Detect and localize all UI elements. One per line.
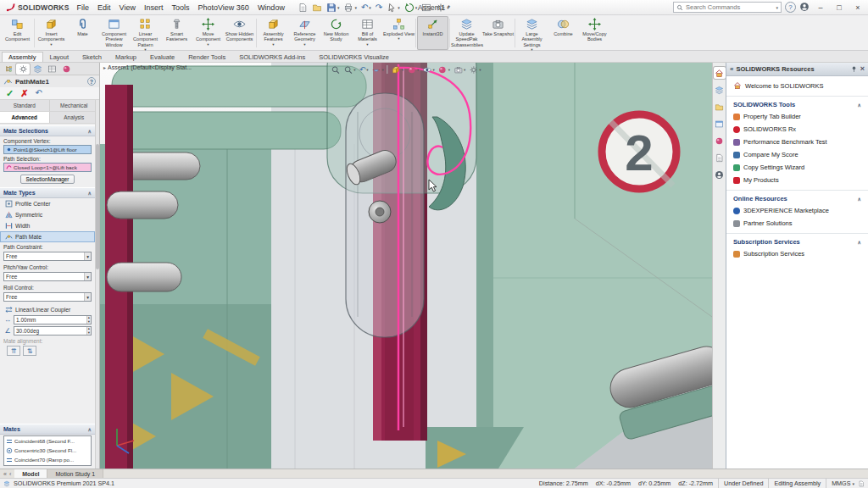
print-button[interactable]: ▾ — [342, 1, 359, 14]
tab-solidworks-addins[interactable]: SOLIDWORKS Add-ins — [232, 52, 312, 62]
help-icon[interactable]: ? — [87, 77, 96, 86]
view-orientation-button[interactable]: ▾ — [390, 64, 405, 75]
search-dropdown-caret[interactable]: ▾ — [776, 5, 778, 10]
help-button[interactable]: ? — [785, 2, 796, 13]
propertymanager-tab[interactable] — [16, 64, 30, 75]
display-style-button[interactable]: ▾ — [405, 64, 420, 75]
move-component-button[interactable]: Move Component▾ — [192, 16, 224, 50]
mate-button[interactable]: Mate — [67, 16, 98, 50]
partner-solutions-link[interactable]: Partner Solutions — [726, 217, 868, 230]
spin-down-icon[interactable]: ▾ — [87, 320, 91, 324]
performance-benchmark-link[interactable]: Performance Benchmark Test — [726, 136, 868, 148]
displaymanager-tab[interactable] — [59, 64, 73, 75]
taskpane-tab-appearances[interactable] — [714, 135, 726, 147]
copy-settings-wizard-link[interactable]: Copy Settings Wizard — [726, 161, 868, 174]
dropdown-caret[interactable]: ▾ — [398, 37, 399, 42]
cancel-button[interactable]: ✗ — [20, 89, 28, 98]
units-selector[interactable]: MMGS▾ — [826, 479, 854, 488]
open-button[interactable] — [310, 1, 324, 14]
previous-view-button[interactable]: ↶▾ — [358, 64, 370, 75]
taskpane-tab-design-library[interactable] — [714, 84, 726, 96]
collapse-pane-icon[interactable]: « — [730, 65, 733, 73]
my-products-link[interactable]: My Products — [726, 174, 868, 186]
dropdown-caret[interactable]: ▾ — [272, 43, 274, 47]
mechanical-mates-tab[interactable]: Mechanical — [50, 100, 100, 111]
view-settings-button[interactable]: ▾ — [467, 64, 482, 75]
combine-button[interactable]: Combine — [548, 16, 579, 50]
dropdown-caret[interactable]: ▾ — [303, 43, 305, 47]
dropdown-caret[interactable]: ▾ — [381, 68, 383, 72]
aligned-button[interactable]: ⇈ — [7, 346, 20, 356]
menu-tools[interactable]: Tools — [167, 0, 193, 14]
mate-selections-header[interactable]: Mate Selections ∧ — [0, 125, 95, 136]
viewport-3d-model[interactable]: 2 — [100, 63, 712, 469]
tab-layout[interactable]: Layout — [43, 52, 76, 62]
redo-button[interactable]: ↷ — [374, 1, 384, 14]
menu-view[interactable]: View — [115, 0, 140, 14]
property-panel-scrollbar[interactable] — [95, 100, 99, 469]
solidworks-rx-link[interactable]: SOLIDWORKS Rx — [726, 123, 868, 136]
taskpane-tab-custom-properties[interactable] — [714, 152, 726, 164]
path-selection-box[interactable]: Closed Loop<1>@Lift back — [3, 163, 92, 172]
tab-markup[interactable]: Markup — [108, 52, 143, 62]
new-motion-study-button[interactable]: New Motion Study — [320, 16, 352, 50]
search-commands-box[interactable]: ▾ — [673, 2, 782, 13]
show-hidden-components-button[interactable]: Show Hidden Components — [224, 16, 255, 50]
dropdown-caret[interactable]: ▾ — [366, 68, 368, 72]
exploded-view-button[interactable]: Exploded View▾ — [383, 16, 415, 50]
flyout-feature-tree[interactable]: ▸ Assem1 (Default<Display Stat... — [103, 64, 192, 70]
graphics-area[interactable]: 2 — [100, 63, 712, 469]
symmetric-mate-button[interactable]: Symmetric — [0, 209, 95, 220]
dropdown-caret[interactable]: ▾ — [448, 68, 450, 72]
dropdown-caret[interactable]: ▾ — [366, 43, 368, 47]
bill-of-materials-button[interactable]: Bill of Materials▾ — [352, 16, 383, 50]
profile-center-mate-button[interactable]: Profile Center — [0, 198, 95, 209]
insert-components-button[interactable]: Insert Components▾ — [36, 16, 67, 50]
smart-fasteners-button[interactable]: Smart Fasteners — [161, 16, 192, 50]
dropdown-caret[interactable]: ▾ — [207, 43, 209, 47]
property-tab-builder-link[interactable]: Property Tab Builder — [726, 110, 868, 123]
welcome-link[interactable]: Welcome to SOLIDWORKS — [726, 79, 868, 92]
search-input[interactable] — [686, 3, 773, 11]
undo-button[interactable]: ↶▾ — [359, 1, 373, 14]
close-button[interactable]: × — [850, 2, 865, 14]
taskpane-tab-view-palette[interactable] — [714, 118, 726, 130]
path-constraint-dropdown[interactable]: Free ▾ — [3, 252, 92, 261]
move-copy-bodies-button[interactable]: Move/Copy Bodies — [579, 16, 610, 50]
analysis-tab[interactable]: Analysis — [50, 112, 100, 123]
dropdown-caret[interactable]: ▾ — [50, 43, 52, 47]
dropdown-caret[interactable]: ▾ — [417, 68, 419, 72]
configurationmanager-tab[interactable] — [31, 64, 44, 75]
component-vertex-selection-box[interactable]: Point1@Sketch1@Lift floor — [3, 145, 92, 154]
select-button[interactable]: ▾ — [385, 1, 402, 14]
advanced-mates-tab[interactable]: Advanced — [0, 112, 50, 123]
menu-file[interactable]: File — [73, 0, 94, 14]
pitch-yaw-dropdown[interactable]: Free ▾ — [3, 272, 92, 281]
3dexperience-marketplace-link[interactable]: 3DEXPERIENCE Marketplace — [726, 204, 868, 217]
tab-solidworks-visualize[interactable]: SOLIDWORKS Visualize — [312, 52, 396, 62]
model-tab[interactable]: Model — [14, 469, 47, 478]
roll-control-dropdown[interactable]: Free ▾ — [3, 292, 92, 302]
scrollbar-thumb[interactable] — [96, 144, 99, 269]
dropdown-caret[interactable]: ▾ — [464, 68, 465, 72]
taskpane-tab-resources[interactable] — [714, 67, 726, 79]
assembly-features-button[interactable]: Assembly Features▾ — [258, 16, 289, 50]
spin-down-icon[interactable]: ▾ — [87, 331, 91, 336]
tab-assembly[interactable]: Assembly — [2, 52, 43, 62]
mate-list-item[interactable]: Coincident68 (Second F... — [4, 436, 91, 446]
ok-button[interactable]: ✓ — [6, 89, 14, 98]
mates-header[interactable]: Mates ∧ — [0, 424, 95, 435]
take-snapshot-button[interactable]: Take Snapshot — [482, 16, 514, 50]
close-pane-icon[interactable]: × — [860, 65, 865, 73]
angle-input[interactable]: 30.00deg ▴▾ — [14, 326, 92, 336]
dimxpertmanager-tab[interactable] — [45, 64, 58, 75]
taskpane-tab-forum[interactable] — [714, 169, 726, 180]
section-view-button[interactable]: ▾ — [370, 64, 385, 75]
menu-photoview[interactable]: PhotoView 360 — [193, 0, 253, 14]
save-button[interactable]: ▾ — [325, 1, 342, 14]
tab-render-tools[interactable]: Render Tools — [181, 52, 232, 62]
maximize-button[interactable]: □ — [832, 2, 847, 14]
anti-aligned-button[interactable]: ⇅ — [23, 346, 36, 356]
tab-evaluate[interactable]: Evaluate — [143, 52, 181, 62]
update-speedpak-button[interactable]: Update SpeedPak Subassemblies — [451, 16, 482, 50]
